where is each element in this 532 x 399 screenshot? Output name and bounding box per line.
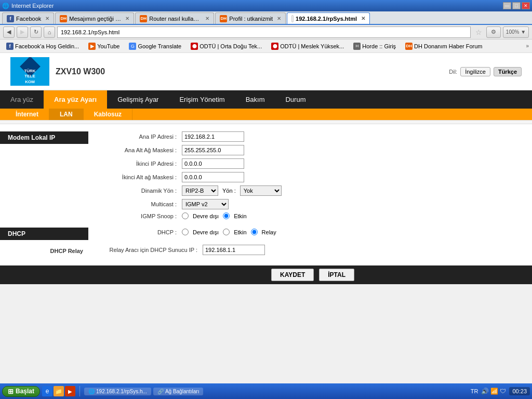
dhcp-relay-content: Relay Aracı için DHCP Sunucu IP : <box>88 245 532 258</box>
dhcp-relay-radio[interactable] <box>251 229 258 235</box>
bookmark-gtranslate[interactable]: G Google Translate <box>126 42 184 51</box>
modem-lokal-ip-section: Modem Lokal IP Ana IP Adresi : Ana Alt A… <box>0 129 532 224</box>
dh-bk-icon: DH <box>405 43 413 50</box>
relay-ip-label: Relay Aracı için DHCP Sunucu IP : <box>99 247 203 253</box>
tab-close-icon[interactable]: ✕ <box>361 16 365 21</box>
titlebar: 🌐 Internet Explorer — □ ✕ <box>0 0 532 11</box>
tab-close-icon[interactable]: ✕ <box>45 16 49 21</box>
igmp-etkin-radio[interactable] <box>223 212 230 219</box>
lang-english-button[interactable]: İngilizce <box>460 67 490 76</box>
horde-bk-icon: H <box>353 43 361 50</box>
multicast-label: Multicast : <box>99 201 182 207</box>
window-controls[interactable]: — □ ✕ <box>503 2 530 9</box>
dinamik-yon-label: Dinamik Yön : <box>99 188 182 194</box>
multicast-select[interactable]: IGMP v2 IGMP v1 IGMP v3 <box>182 199 229 209</box>
cancel-button[interactable]: İPTAL <box>319 269 354 281</box>
locale-label: TR <box>471 388 478 394</box>
address-input[interactable] <box>57 26 471 38</box>
odtu2-bk-icon: ⬤ <box>271 43 278 50</box>
relay-ip-row: Relay Aracı için DHCP Sunucu IP : <box>99 245 522 255</box>
ana-ip-input[interactable] <box>182 131 244 142</box>
dhcp-devredisi-radio[interactable] <box>182 229 189 235</box>
router-ui: TÜRK TELE KOM ZXV10 W300 Dil: İngilizce … <box>0 53 532 284</box>
yon-select[interactable]: Yok Giriş Çıkış Her İkisi <box>240 185 282 196</box>
sub-tab-kablosuz[interactable]: Kablosuz <box>84 109 132 120</box>
tab-mesaj[interactable]: DH Mesajımın geçtiği konular ✕ <box>55 12 134 24</box>
dhcp-relay-label: Relay <box>262 229 276 235</box>
nav-tab-durum[interactable]: Durum <box>275 90 316 109</box>
igmp-devredisi-radio[interactable] <box>182 212 189 219</box>
task-browser[interactable]: 🌐 192.168.2.1/rpSys.h... <box>84 388 151 395</box>
ie-icon[interactable]: e <box>42 386 52 396</box>
task-label: Ağ Bağlantıları <box>165 389 200 394</box>
media-icon[interactable]: ▶ <box>65 386 75 396</box>
maximize-button[interactable]: □ <box>512 2 521 9</box>
sub-tab-internet[interactable]: İnternet <box>5 109 49 120</box>
multicast-row: Multicast : IGMP v2 IGMP v1 IGMP v3 <box>99 199 522 209</box>
nav-tab-erisim[interactable]: Erişim Yönetim <box>169 90 235 109</box>
tab-close-icon[interactable]: ✕ <box>125 16 129 21</box>
dh-icon3: DH <box>220 15 227 22</box>
device-name: ZXV10 W300 <box>56 67 105 76</box>
ikinci-mask-input[interactable] <box>182 172 244 182</box>
tab-label: Facebook <box>16 16 41 22</box>
taskbar-right: TR 🔊 📶 🛡 00:23 <box>471 387 530 395</box>
home-button[interactable]: ⌂ <box>44 26 55 38</box>
start-button[interactable]: ⊞ Başlat <box>2 386 40 397</box>
clock: 00:23 <box>509 387 530 395</box>
dhcp-devredisi-label: Devre dışı <box>193 229 219 235</box>
modem-lokal-ip-header: Modem Lokal IP <box>0 131 88 144</box>
bookmark-dh[interactable]: DH DH Donanım Haber Forum <box>402 42 485 51</box>
dhcp-etkin-label: Etkin <box>234 229 246 235</box>
folder-icon[interactable]: 📁 <box>54 386 64 396</box>
volume-icon: 📶 <box>490 388 498 395</box>
odtu1-bk-icon: ⬤ <box>191 43 198 50</box>
tab-close-icon[interactable]: ✕ <box>277 16 281 21</box>
bookmark-label: Horde :: Giriş <box>362 43 396 49</box>
bookmark-label: Google Translate <box>138 43 181 49</box>
ana-mask-label: Ana Alt Ağ Maskesi : <box>99 147 182 153</box>
refresh-button[interactable]: ↻ <box>30 26 42 38</box>
tab-facebook[interactable]: f Facebook ✕ <box>2 12 54 24</box>
bookmarks-bar: f Facebook'a Hoş Geldin... ▶ YouTube G G… <box>0 39 532 53</box>
close-button[interactable]: ✕ <box>522 2 530 9</box>
bookmark-odtu2[interactable]: ⬤ ODTÜ | Meslek Yüksek... <box>268 42 347 51</box>
bookmark-horde[interactable]: H Horde :: Giriş <box>350 42 399 51</box>
ikinci-mask-row: İkinci Alt ağ Maskesi : <box>99 172 522 182</box>
section-label-col: Modem Lokal IP <box>0 131 88 144</box>
bookmark-facebook[interactable]: f Facebook'a Hoş Geldin... <box>3 42 82 51</box>
nav-tab-ayar[interactable]: Ara yüz Ayarı <box>44 90 107 109</box>
tab-rpsys[interactable]: 192.168.2.1/rpSys.html ✕ <box>287 12 370 24</box>
lang-turkish-button[interactable]: Türkçe <box>494 67 522 76</box>
forward-button[interactable]: ▶ <box>17 26 28 38</box>
ikinci-ip-input[interactable] <box>182 158 244 169</box>
windows-logo-icon: ⊞ <box>8 388 14 395</box>
zoom-button[interactable]: 100% ▼ <box>503 26 529 38</box>
tab-profil[interactable]: DH Profil : utkanizmit ✕ <box>215 12 286 24</box>
tools-button[interactable]: ⚙ <box>486 26 501 38</box>
taskbar: ⊞ Başlat e 📁 ▶ 🌐 192.168.2.1/rpSys.h... … <box>0 383 532 399</box>
dhcp-radio-group: Devre dışı Etkin Relay <box>182 229 276 235</box>
tab-router[interactable]: DH Router nasıl kullanılır ✕ <box>135 12 214 24</box>
back-button[interactable]: ◀ <box>3 26 15 38</box>
bookmark-youtube[interactable]: ▶ YouTube <box>85 42 123 51</box>
dhcp-field-label: DHCP : <box>99 229 182 235</box>
bookmarks-overflow-icon[interactable]: » <box>526 43 529 49</box>
minimize-button[interactable]: — <box>503 2 511 9</box>
tab-close-icon[interactable]: ✕ <box>205 16 209 21</box>
favorite-icon[interactable]: ☆ <box>473 26 484 38</box>
nav-tab-gelismis[interactable]: Gelişmiş Ayar <box>107 90 169 109</box>
dhcp-label-col: DHCP <box>0 228 88 240</box>
dhcp-etkin-radio[interactable] <box>223 229 230 235</box>
relay-ip-input[interactable] <box>203 245 265 255</box>
dinamik-yon-select[interactable]: RIP2-B RIP1 RIP2 <box>182 185 218 196</box>
tab-label: Router nasıl kullanılır <box>149 16 201 22</box>
nav-tab-bakim[interactable]: Bakım <box>235 90 275 109</box>
sub-tab-lan[interactable]: LAN <box>49 109 84 120</box>
task-network[interactable]: 🔗 Ağ Bağlantıları <box>153 388 204 395</box>
gtranslate-bk-icon: G <box>129 43 136 50</box>
ana-mask-input[interactable] <box>182 145 244 155</box>
save-button[interactable]: KAYDET <box>271 269 314 281</box>
bookmark-odtu1[interactable]: ⬤ ODTÜ | Orta Doğu Tek... <box>188 42 265 51</box>
bookmark-label: Facebook'a Hoş Geldin... <box>15 43 79 49</box>
